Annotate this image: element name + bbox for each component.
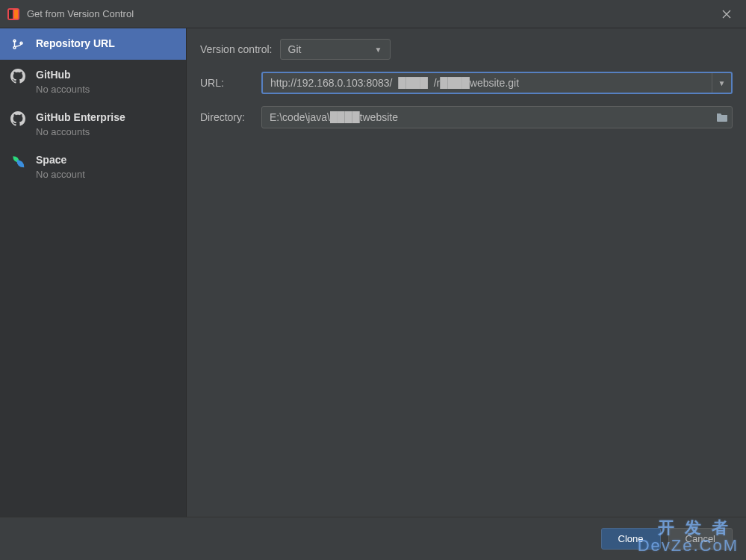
url-input-wrapper: ▼ (261, 72, 733, 94)
version-control-value: Git (288, 43, 302, 55)
directory-input-wrapper (261, 106, 733, 128)
github-icon (10, 69, 25, 84)
version-control-label: Version control: (200, 43, 273, 55)
sidebar-item-label: GitHub Enterprise (36, 111, 125, 123)
sidebar-item-github[interactable]: GitHub No accounts (0, 60, 186, 102)
branch-icon (10, 37, 25, 52)
svg-rect-2 (14, 10, 18, 19)
sidebar-item-label: Repository URL (36, 37, 115, 49)
chevron-down-icon: ▼ (718, 79, 726, 87)
url-label: URL: (200, 77, 261, 89)
version-control-select[interactable]: Git ▼ (280, 39, 391, 60)
sidebar-item-label: GitHub (36, 69, 90, 81)
sidebar-item-sublabel: No account (36, 169, 85, 180)
github-icon (10, 111, 25, 126)
space-icon (10, 154, 25, 169)
sidebar-item-repository-url[interactable]: Repository URL (0, 28, 186, 60)
footer: Clone Cancel (0, 517, 746, 560)
svg-rect-1 (9, 10, 13, 19)
directory-input[interactable] (262, 107, 712, 128)
chevron-down-icon: ▼ (375, 46, 382, 54)
sidebar-item-github-enterprise[interactable]: GitHub Enterprise No accounts (0, 102, 186, 145)
main-panel: Version control: Git ▼ URL: ▼ Directory: (187, 28, 746, 517)
sidebar-item-label: Space (36, 154, 85, 166)
directory-label: Directory: (200, 111, 261, 123)
sidebar-item-sublabel: No accounts (36, 126, 125, 137)
url-history-dropdown[interactable]: ▼ (712, 73, 731, 93)
window-title: Get from Version Control (27, 8, 715, 19)
titlebar: Get from Version Control (0, 0, 746, 28)
cancel-button[interactable]: Cancel (668, 528, 733, 550)
sidebar-item-sublabel: No accounts (36, 84, 90, 95)
sidebar: Repository URL GitHub No accounts GitHub… (0, 28, 187, 517)
url-input[interactable] (263, 73, 712, 93)
browse-directory-button[interactable] (712, 107, 732, 128)
app-icon (7, 8, 19, 20)
sidebar-item-space[interactable]: Space No account (0, 145, 186, 187)
clone-button[interactable]: Clone (601, 528, 661, 550)
folder-icon (716, 112, 728, 122)
close-icon[interactable] (715, 2, 739, 26)
